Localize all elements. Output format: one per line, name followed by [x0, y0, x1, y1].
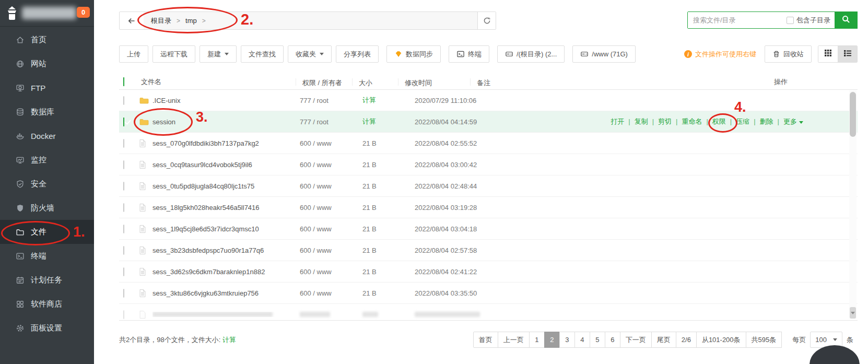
remote-download-button[interactable]: 远程下载	[153, 45, 195, 63]
breadcrumb-root[interactable]: 根目录	[151, 16, 185, 26]
file-name[interactable]: sess_0tu5pd8jugla84cq80ljc1ts75	[153, 182, 300, 190]
refresh-button[interactable]	[477, 12, 496, 29]
row-checkbox[interactable]	[123, 246, 124, 255]
disk-root-button[interactable]: /(根目录) (2...	[497, 45, 565, 63]
file-name[interactable]: sess_3ktu86c6vjgku63mtkruiep756	[153, 289, 300, 297]
sidebar-item-appstore[interactable]: 软件商店	[0, 292, 94, 316]
file-icon	[139, 289, 149, 298]
list-view-button[interactable]	[838, 46, 857, 62]
favorites-dropdown-button[interactable]: 收藏夹	[288, 45, 332, 63]
sidebar-item-website[interactable]: 网站	[0, 52, 94, 76]
sidebar-item-firewall[interactable]: 防火墙	[0, 196, 94, 220]
row-checkbox[interactable]	[123, 96, 124, 105]
page-3[interactable]: 3	[559, 332, 575, 348]
page-2-current[interactable]: 2	[544, 332, 560, 348]
header-mtime[interactable]: 修改时间	[398, 78, 476, 86]
size-calc-link[interactable]: 计算	[222, 336, 236, 344]
action-open[interactable]: 打开	[611, 117, 624, 126]
table-row[interactable]: sess_3d62s9c6dkm7baraknlep1n882 600 / ww…	[119, 261, 858, 283]
action-delete[interactable]: 删除	[749, 117, 773, 126]
select-all-checkbox[interactable]	[123, 77, 124, 86]
new-dropdown-button[interactable]: 新建	[200, 45, 237, 63]
page-5[interactable]: 5	[590, 332, 605, 348]
message-count-badge[interactable]: 0	[77, 7, 90, 18]
calendar-icon	[16, 276, 25, 285]
file-size: 21 B	[362, 246, 415, 254]
include-subdir-option[interactable]: 包含子目录	[787, 16, 830, 25]
sidebar-item-files[interactable]: 文件	[0, 220, 94, 244]
action-compress[interactable]: 压缩	[726, 117, 749, 126]
file-name[interactable]: sess_3d62s9c6dkm7baraknlep1n882	[153, 268, 300, 276]
page-prev[interactable]: 上一页	[498, 332, 530, 348]
size-calc-link[interactable]: 计算	[362, 117, 415, 126]
table-row[interactable]: sess_18lg5kh028heakr546a5ll7416 600 / ww…	[119, 197, 858, 218]
upload-button[interactable]: 上传	[119, 45, 148, 63]
search-input[interactable]	[688, 12, 787, 28]
scrollbar-down-button[interactable]	[850, 307, 856, 319]
file-name[interactable]: sess_0cq9tasur9lcd4vobok5tj9il6	[153, 161, 300, 169]
page-first[interactable]: 首页	[473, 332, 498, 348]
header-filename[interactable]: 文件名	[141, 77, 302, 87]
table-row-selected[interactable]: session 777 / root 计算 2022/08/04 04:14:5…	[119, 111, 858, 133]
action-cut[interactable]: 剪切	[648, 117, 672, 126]
row-checkbox-checked[interactable]	[123, 118, 124, 126]
row-checkbox[interactable]	[123, 267, 124, 276]
breadcrumb-tmp[interactable]: tmp	[185, 17, 211, 25]
sidebar-item-database[interactable]: 数据库	[0, 100, 94, 124]
sidebar-item-terminal[interactable]: 终端	[0, 244, 94, 268]
include-subdir-label: 包含子目录	[796, 16, 830, 25]
page-6[interactable]: 6	[605, 332, 620, 348]
include-subdir-checkbox[interactable]	[787, 17, 794, 24]
sidebar-item-home[interactable]: 首页	[0, 28, 94, 52]
file-perm: 600 / www	[300, 289, 362, 297]
file-icon	[139, 310, 149, 319]
sidebar-item-docker[interactable]: Docker	[0, 124, 94, 148]
file-name[interactable]: sess_18lg5kh028heakr546a5ll7416	[153, 204, 300, 212]
table-row[interactable]: sess_070g0lfdbdiki3bh7137pa7kg2 600 / ww…	[119, 133, 858, 154]
action-rename[interactable]: 重命名	[672, 117, 702, 126]
table-row[interactable]: sess_3ktu86c6vjgku63mtkruiep756 600 / ww…	[119, 283, 858, 304]
file-name[interactable]: session	[153, 118, 300, 126]
sidebar-item-monitor[interactable]: 监控	[0, 148, 94, 172]
sidebar-item-security[interactable]: 安全	[0, 172, 94, 196]
page-next[interactable]: 下一页	[620, 332, 652, 348]
file-find-button[interactable]: 文件查找	[241, 45, 284, 63]
disk-www-button[interactable]: /www (71G)	[572, 45, 636, 63]
sidebar-item-cron[interactable]: 计划任务	[0, 268, 94, 292]
file-name[interactable]: sess_1l9q5cj8e6d53r7idcr3qmsc10	[153, 225, 300, 233]
data-sync-button[interactable]: 数据同步	[386, 45, 441, 63]
page-last[interactable]: 尾页	[651, 332, 676, 348]
action-permission[interactable]: 权限	[702, 117, 725, 126]
header-permission[interactable]: 权限 / 所有者	[296, 78, 358, 86]
row-checkbox[interactable]	[123, 139, 124, 148]
recycle-bin-button[interactable]: 回收站	[765, 45, 812, 63]
file-name[interactable]: sess_070g0lfdbdiki3bh7137pa7kg2	[153, 139, 300, 147]
size-calc-link[interactable]: 计算	[362, 96, 415, 105]
file-name[interactable]: sess_3b23dsbfedpspc7uo90r1a77q6	[153, 246, 300, 254]
back-arrow-button[interactable]	[120, 12, 144, 29]
folder-icon	[139, 118, 149, 126]
page-4[interactable]: 4	[574, 332, 590, 348]
search-button[interactable]	[835, 11, 858, 29]
row-checkbox[interactable]	[123, 182, 124, 191]
scrollbar-thumb[interactable]	[850, 92, 856, 137]
row-checkbox[interactable]	[123, 225, 124, 233]
file-name[interactable]: .ICE-unix	[153, 97, 300, 104]
grid-view-button[interactable]	[818, 46, 838, 62]
page-1[interactable]: 1	[529, 332, 545, 348]
sidebar-item-ftp[interactable]: FTP	[0, 76, 94, 100]
row-checkbox[interactable]	[123, 203, 124, 212]
row-checkbox[interactable]	[123, 289, 124, 298]
sidebar-item-settings[interactable]: 面板设置	[0, 316, 94, 340]
table-row[interactable]: .ICE-unix 777 / root 计算 2020/07/29 11:10…	[119, 90, 858, 111]
action-copy[interactable]: 复制	[624, 117, 648, 126]
row-checkbox[interactable]	[123, 160, 124, 169]
terminal-button[interactable]: 终端	[449, 45, 489, 63]
table-row[interactable]: sess_3b23dsbfedpspc7uo90r1a77q6 600 / ww…	[119, 240, 858, 261]
table-row[interactable]: sess_0cq9tasur9lcd4vobok5tj9il6 600 / ww…	[119, 154, 858, 175]
header-size[interactable]: 大小	[352, 78, 404, 86]
table-row[interactable]: sess_0tu5pd8jugla84cq80ljc1ts75 600 / ww…	[119, 175, 858, 197]
action-more-dropdown[interactable]: 更多	[773, 117, 803, 126]
table-row[interactable]: sess_1l9q5cj8e6d53r7idcr3qmsc10 600 / ww…	[119, 218, 858, 240]
share-list-button[interactable]: 分享列表	[336, 45, 379, 63]
